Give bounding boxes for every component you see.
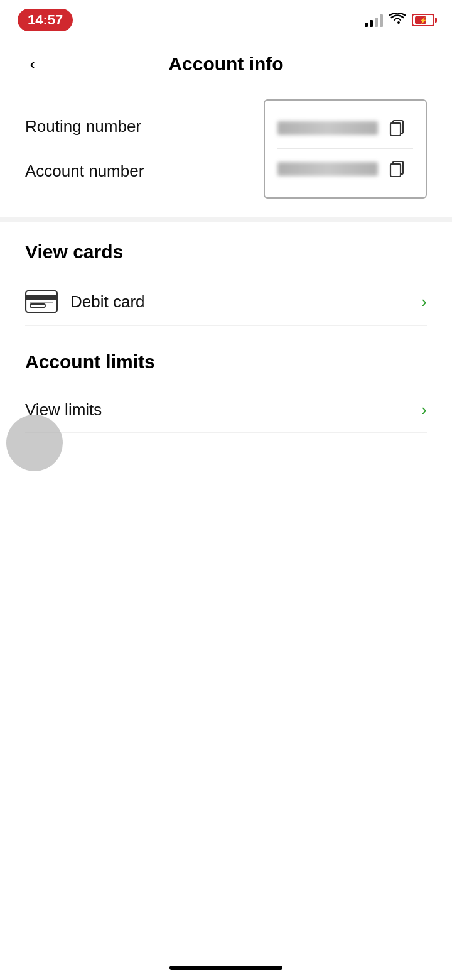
page-title: Account info (168, 53, 283, 75)
account-value (277, 162, 378, 176)
svg-rect-3 (390, 164, 401, 177)
status-icons: ⚡ (365, 13, 434, 28)
svg-rect-4 (26, 291, 57, 312)
view-cards-title: View cards (25, 241, 427, 263)
account-info-section: Routing number Account number (0, 93, 452, 217)
account-limits-title: Account limits (25, 351, 427, 373)
status-bar: 14:57 ⚡ (0, 0, 452, 38)
account-limits-section: Account limits View limits › (0, 332, 452, 439)
numbers-box (264, 99, 427, 199)
svg-rect-5 (26, 295, 57, 300)
view-limits-item[interactable]: View limits › (25, 388, 427, 433)
routing-row (277, 112, 413, 144)
wifi-icon (389, 13, 406, 28)
debit-card-left: Debit card (25, 290, 145, 313)
view-cards-section: View cards Debit card › (0, 222, 452, 332)
debit-card-icon (25, 290, 58, 313)
copy-account-button[interactable] (387, 159, 407, 179)
account-row (277, 148, 413, 185)
account-label: Account number (25, 161, 144, 180)
debit-card-item[interactable]: Debit card › (25, 278, 427, 326)
home-indicator (170, 966, 282, 970)
floating-circle[interactable] (6, 415, 63, 471)
debit-card-label: Debit card (70, 292, 145, 312)
back-icon: ‹ (30, 54, 35, 74)
signal-icon (365, 13, 383, 27)
routing-value (277, 121, 378, 135)
svg-rect-1 (390, 123, 401, 136)
section-divider (0, 217, 452, 222)
view-limits-chevron-icon: › (421, 400, 427, 420)
debit-card-chevron-icon: › (421, 292, 427, 312)
routing-label: Routing number (25, 117, 141, 136)
back-button[interactable]: ‹ (19, 50, 46, 78)
battery-icon: ⚡ (412, 14, 434, 26)
time-display: 14:57 (18, 9, 73, 31)
copy-routing-button[interactable] (387, 118, 407, 138)
header: ‹ Account info (0, 38, 452, 93)
